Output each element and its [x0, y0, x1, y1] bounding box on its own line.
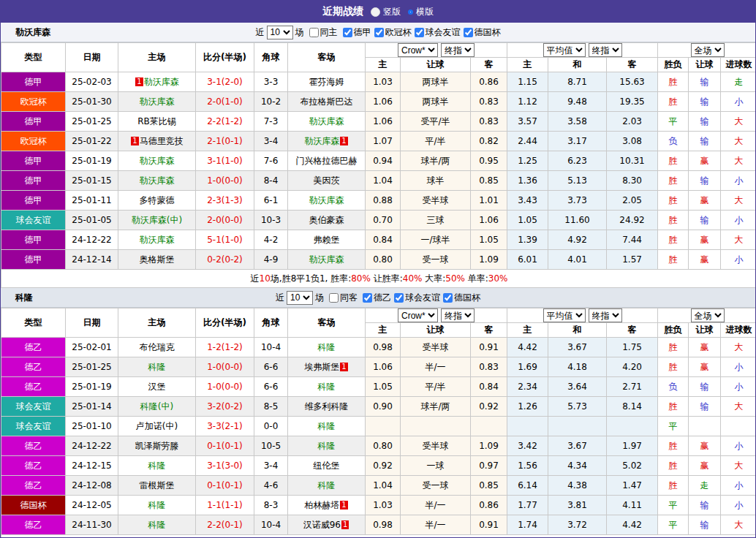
team-label: 科隆	[148, 520, 166, 530]
col-type: 类型	[1, 43, 66, 72]
layout-option-vertical[interactable]: 竖版	[371, 6, 401, 18]
odds-final-select[interactable]: 终指	[441, 43, 475, 57]
date-cell: 24-12-22	[66, 230, 118, 250]
odds-away-cell: 0.97	[471, 456, 507, 476]
league-checkbox[interactable]	[363, 293, 372, 303]
avg-draw-cell: 4.18	[548, 357, 607, 377]
score-cell: 3-1(1-0)	[196, 151, 254, 171]
away-team-cell: 柏林赫塔1	[288, 496, 366, 515]
team-band: 科隆 近 10 场 同客 德乙球会友谊德国杯	[1, 288, 755, 308]
date-cell: 25-01-30	[66, 92, 118, 112]
red-card-marker: 1	[340, 363, 347, 371]
date-cell: 24-11-30	[66, 515, 118, 535]
result-cell: 负	[658, 132, 689, 151]
league-checkbox-label: 德甲	[354, 26, 371, 39]
league-checkbox[interactable]	[443, 293, 453, 303]
avg-draw-cell: 9.48	[548, 92, 607, 112]
avg-home-cell: 3.42	[507, 436, 548, 456]
avg-home-cell: 6.01	[507, 250, 548, 270]
league-filter-option[interactable]: 欧冠杯	[371, 26, 412, 39]
fulltime-select[interactable]: 全场	[691, 308, 725, 322]
league-filter-option[interactable]: 德甲	[340, 26, 371, 39]
league-filter-option[interactable]: 德国杯	[440, 292, 480, 304]
home-team-cell: 科隆(中)	[118, 397, 196, 417]
corners-cell: 6-6	[254, 357, 288, 377]
same-venue-option[interactable]: 同主	[306, 26, 338, 39]
league-filter-option[interactable]: 德国杯	[461, 26, 501, 39]
col-corner: 角球	[254, 43, 288, 72]
layout-option-horizontal[interactable]: 横版	[408, 6, 434, 18]
league-badge: 德国杯	[1, 496, 66, 515]
odds-home-cell: 0.92	[366, 456, 401, 476]
league-badge: 球会友谊	[1, 397, 66, 417]
league-badge: 德乙	[1, 357, 66, 377]
home-team-cell: 勒沃库森(中)	[118, 211, 196, 230]
same-venue-checkbox[interactable]	[329, 293, 339, 303]
fulltime-select[interactable]: 全场	[691, 43, 725, 57]
league-filter-option[interactable]: 德乙	[360, 292, 391, 304]
average-select[interactable]: 平均值	[543, 308, 586, 322]
league-checkbox[interactable]	[343, 28, 352, 37]
league-filter-option[interactable]: 球会友谊	[412, 26, 461, 39]
home-team-cell: 科隆	[118, 456, 196, 476]
handicap-result-cell: 输	[689, 72, 721, 92]
away-team-cell: 美因茨	[288, 171, 366, 191]
league-filter-option[interactable]: 球会友谊	[391, 292, 440, 304]
results-table: 类型 日期 主场 比分(半场) 角球 客场 Crow*终指 平均值终指 全场 主…	[1, 308, 756, 538]
odds-handicap-cell: 三球	[401, 211, 471, 230]
away-team-cell: 勒沃库森	[288, 112, 366, 132]
table-row: 德甲 25-01-15 勒沃库森 1-0(0-0) 8-4 美因茨 1.04 球…	[1, 171, 756, 191]
goals-result-cell: 小	[721, 377, 756, 397]
avg-home-cell: 1.15	[507, 72, 548, 92]
average-final-select[interactable]: 终指	[589, 43, 622, 57]
league-badge: 球会友谊	[1, 211, 66, 230]
col-avg-home: 主	[507, 323, 548, 338]
avg-draw-cell: 11.60	[548, 211, 607, 230]
table-row: 德乙 24-12-22 凯泽斯劳滕 0-1(0-1) 10-5 科隆 0.80 …	[1, 436, 756, 456]
handicap-result-cell: 输	[689, 397, 721, 417]
avg-draw-cell: 6.23	[548, 151, 607, 171]
goals-result-cell: 大	[721, 230, 756, 250]
league-checkbox[interactable]	[464, 28, 473, 37]
goals-result-cell: 大	[721, 112, 756, 132]
odds-source-select[interactable]: Crow*	[398, 43, 438, 57]
table-row: 德甲 24-12-14 奥格斯堡 0-2(0-2) 4-9 勒沃库森 0.80 …	[1, 250, 756, 270]
home-team-cell: 1马德里竞技	[118, 132, 196, 151]
corners-cell: 8-4	[254, 171, 288, 191]
corners-cell: 6-1	[254, 191, 288, 211]
league-badge: 德甲	[1, 191, 66, 211]
away-team-cell: 纽伦堡	[288, 456, 366, 476]
league-badge: 欧冠杯	[1, 132, 66, 151]
odds-home-cell	[366, 417, 401, 436]
filter-bar: 近 10 场 同客 德乙球会友谊德国杯	[276, 291, 480, 305]
goals-result-cell: 小	[721, 171, 756, 191]
same-venue-checkbox[interactable]	[309, 28, 319, 37]
league-badge: 欧冠杯	[1, 92, 66, 112]
games-count-select[interactable]: 10	[267, 26, 293, 39]
league-checkbox[interactable]	[394, 293, 404, 303]
average-select[interactable]: 平均值	[543, 43, 586, 57]
corners-cell: 4-6	[254, 476, 288, 496]
league-checkbox[interactable]	[374, 28, 384, 37]
odds-away-cell: 0.83	[471, 357, 507, 377]
same-venue-option[interactable]: 同客	[326, 292, 358, 304]
team-label: 科隆	[318, 382, 336, 392]
average-final-select[interactable]: 终指	[589, 308, 622, 322]
games-count-select[interactable]: 10	[287, 291, 313, 305]
odds-final-select[interactable]: 终指	[441, 308, 475, 322]
table-row: 德乙 25-02-01 布伦瑞克 1-2(1-2) 10-4 科隆 0.98 受…	[1, 338, 756, 357]
vertical-layout-radio[interactable]	[371, 7, 380, 17]
col-odds-home: 主	[366, 323, 401, 338]
near-label: 近	[276, 292, 284, 304]
league-checkbox[interactable]	[415, 28, 424, 37]
odds-away-cell: 1.09	[471, 436, 507, 456]
odds-source-select[interactable]: Crow*	[398, 308, 438, 322]
team-section-koeln: 科隆 近 10 场 同客 德乙球会友谊德国杯 类型 日期 主场 比分(半场)	[1, 288, 755, 538]
col-handicap-result: 让球	[689, 58, 721, 72]
away-team-cell: 科隆	[288, 417, 366, 436]
avg-draw-cell: 4.01	[548, 250, 607, 270]
horizontal-layout-radio[interactable]	[408, 10, 413, 15]
games-suffix-label: 场	[295, 26, 304, 39]
corners-cell: 10-3	[254, 211, 288, 230]
score-cell: 2-2(1-2)	[196, 112, 254, 132]
